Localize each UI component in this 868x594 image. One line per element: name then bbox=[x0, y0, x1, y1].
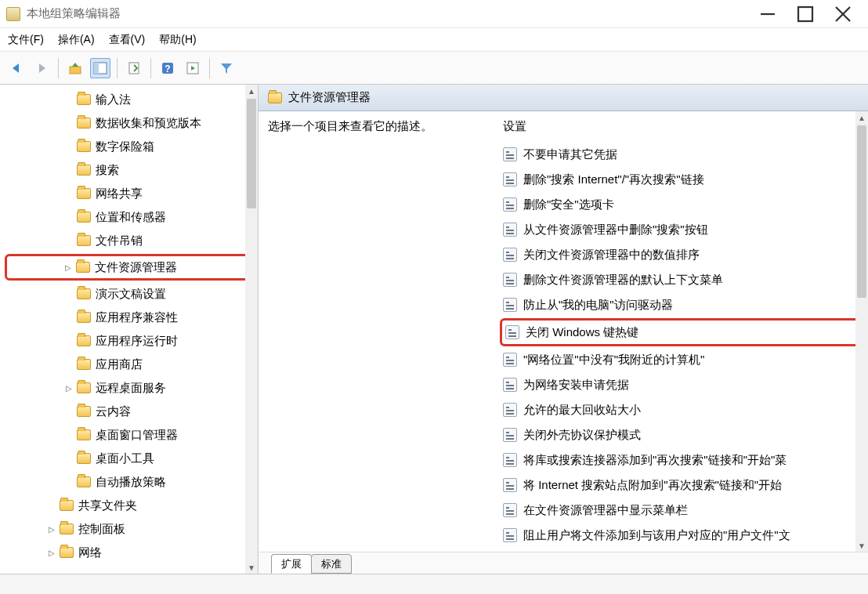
tree-scrollbar[interactable]: ▲ ▼ bbox=[245, 85, 258, 574]
expander-icon[interactable]: ▷ bbox=[63, 384, 75, 393]
export-button[interactable] bbox=[124, 58, 144, 78]
minimize-button[interactable] bbox=[758, 5, 777, 24]
setting-item[interactable]: 将库或搜索连接器添加到"再次搜索"链接和"开始"菜 bbox=[500, 447, 868, 473]
setting-item[interactable]: 允许的最大回收站大小 bbox=[500, 397, 868, 422]
tree-item[interactable]: 自动播放策略 bbox=[5, 470, 258, 494]
policy-icon bbox=[503, 353, 517, 367]
back-button[interactable] bbox=[6, 58, 27, 78]
folder-icon bbox=[268, 92, 282, 103]
expander-icon[interactable]: ▷ bbox=[62, 263, 74, 272]
scroll-down-icon[interactable]: ▼ bbox=[245, 561, 258, 574]
tree-item[interactable]: 数据收集和预览版本 bbox=[5, 111, 258, 135]
folder-icon bbox=[77, 476, 91, 487]
menu-help[interactable]: 帮助(H) bbox=[159, 33, 196, 47]
settings-list: 不要申请其它凭据删除"搜索 Internet"/"再次搜索"链接删除"安全"选项… bbox=[500, 142, 868, 552]
setting-label: 阻止用户将文件添加到与该用户对应的"用户文件"文 bbox=[523, 528, 790, 543]
maximize-button[interactable] bbox=[796, 5, 815, 24]
tab-extended[interactable]: 扩展 bbox=[271, 554, 312, 574]
tree-item[interactable]: 应用程序兼容性 bbox=[5, 306, 258, 329]
setting-item[interactable]: 阻止用户将文件添加到与该用户对应的"用户文件"文 bbox=[500, 523, 868, 548]
folder-icon bbox=[77, 429, 91, 440]
details-scrollbar[interactable]: ▲ ▼ bbox=[855, 111, 868, 552]
tree-item-label: 位置和传感器 bbox=[96, 210, 166, 225]
folder-icon bbox=[60, 523, 74, 534]
policy-icon bbox=[503, 453, 517, 467]
setting-item[interactable]: 为网络安装申请凭据 bbox=[500, 372, 868, 397]
folder-icon bbox=[77, 312, 91, 323]
tree-item-label: 桌面窗口管理器 bbox=[96, 428, 178, 443]
setting-label: 删除文件资源管理器的默认上下文菜单 bbox=[523, 273, 723, 288]
tree-item[interactable]: ▷控制面板 bbox=[5, 517, 258, 541]
tree-item[interactable]: 应用商店 bbox=[5, 353, 258, 376]
menu-view[interactable]: 查看(V) bbox=[109, 33, 146, 47]
tree-item[interactable]: 位置和传感器 bbox=[5, 205, 258, 229]
setting-item[interactable]: 不要申请其它凭据 bbox=[500, 142, 868, 167]
menu-file[interactable]: 文件(F) bbox=[8, 33, 44, 47]
tree-item[interactable]: 桌面小工具 bbox=[5, 447, 258, 470]
tree-item[interactable]: 桌面窗口管理器 bbox=[5, 423, 258, 447]
details-header: 文件资源管理器 bbox=[259, 85, 868, 111]
tab-standard[interactable]: 标准 bbox=[311, 554, 352, 574]
setting-item[interactable]: 从文件资源管理器中删除"搜索"按钮 bbox=[500, 217, 868, 242]
tree-item[interactable]: 数字保险箱 bbox=[5, 135, 258, 158]
forward-button[interactable] bbox=[31, 58, 52, 78]
tree-item-label: 云内容 bbox=[96, 404, 131, 419]
details-header-label: 文件资源管理器 bbox=[288, 90, 371, 105]
tree-item[interactable]: 共享文件夹 bbox=[5, 494, 258, 517]
toolbar: ? bbox=[0, 52, 868, 85]
tree-item[interactable]: 演示文稿设置 bbox=[5, 282, 258, 306]
action-button[interactable] bbox=[183, 58, 203, 78]
help-button[interactable]: ? bbox=[157, 58, 178, 78]
setting-label: 允许的最大回收站大小 bbox=[523, 403, 641, 418]
tree-panel: 输入法数据收集和预览版本数字保险箱搜索网络共享位置和传感器文件吊销▷文件资源管理… bbox=[0, 85, 259, 574]
show-hide-tree-button[interactable] bbox=[90, 58, 110, 78]
scroll-thumb[interactable] bbox=[857, 125, 866, 298]
setting-item[interactable]: 关闭 Windows 键热键 bbox=[500, 318, 860, 346]
setting-label: 防止从"我的电脑"访问驱动器 bbox=[523, 298, 673, 313]
menu-action[interactable]: 操作(A) bbox=[58, 33, 95, 47]
setting-label: 关闭文件资源管理器中的数值排序 bbox=[523, 248, 700, 263]
up-button[interactable] bbox=[65, 58, 85, 78]
setting-item[interactable]: 将 Internet 搜索站点附加到"再次搜索"链接和"开始 bbox=[500, 473, 868, 498]
setting-label: 在文件资源管理器中显示菜单栏 bbox=[523, 503, 688, 518]
scroll-up-icon[interactable]: ▲ bbox=[855, 111, 868, 124]
policy-icon bbox=[503, 147, 517, 161]
setting-item[interactable]: 删除文件资源管理器的默认上下文菜单 bbox=[500, 267, 868, 292]
content-area: 输入法数据收集和预览版本数字保险箱搜索网络共享位置和传感器文件吊销▷文件资源管理… bbox=[0, 85, 868, 574]
tree-item[interactable]: 搜索 bbox=[5, 158, 258, 182]
tree-item[interactable]: 输入法 bbox=[5, 88, 258, 111]
tree-item[interactable]: 云内容 bbox=[5, 400, 258, 423]
setting-item[interactable]: 删除"安全"选项卡 bbox=[500, 192, 868, 217]
tree-item-label: 搜索 bbox=[96, 163, 119, 178]
expander-icon[interactable]: ▷ bbox=[45, 525, 58, 534]
tree-item-label: 网络 bbox=[78, 545, 102, 560]
setting-item[interactable]: "网络位置"中没有"我附近的计算机" bbox=[500, 347, 868, 372]
tree-item[interactable]: ▷网络 bbox=[5, 541, 258, 564]
setting-item[interactable]: 关闭文件资源管理器中的数值排序 bbox=[500, 242, 868, 267]
tree-item[interactable]: 网络共享 bbox=[5, 182, 258, 205]
tree-item-label: 桌面小工具 bbox=[96, 451, 154, 466]
folder-icon bbox=[60, 500, 74, 511]
close-button[interactable] bbox=[834, 5, 852, 24]
setting-label: "网络位置"中没有"我附近的计算机" bbox=[523, 353, 704, 368]
tree-item-label: 自动播放策略 bbox=[96, 475, 166, 490]
tree-item[interactable]: ▷文件资源管理器 bbox=[5, 254, 253, 281]
tree-item-label: 共享文件夹 bbox=[78, 498, 137, 513]
scroll-up-icon[interactable]: ▲ bbox=[245, 85, 258, 97]
setting-item[interactable]: 删除"搜索 Internet"/"再次搜索"链接 bbox=[500, 167, 868, 192]
tree-item[interactable]: 应用程序运行时 bbox=[5, 329, 258, 353]
tree-item[interactable]: ▷远程桌面服务 bbox=[5, 376, 258, 400]
filter-button[interactable] bbox=[216, 58, 237, 78]
setting-item[interactable]: 防止从"我的电脑"访问驱动器 bbox=[500, 292, 868, 317]
tree-item-label: 文件资源管理器 bbox=[95, 260, 177, 275]
setting-item[interactable]: 在文件资源管理器中显示菜单栏 bbox=[500, 498, 868, 523]
setting-item[interactable]: 关闭外壳协议保护模式 bbox=[500, 422, 868, 447]
scroll-thumb[interactable] bbox=[247, 99, 256, 208]
folder-icon bbox=[77, 165, 91, 176]
folder-icon bbox=[77, 453, 91, 464]
tree-item[interactable]: 文件吊销 bbox=[5, 229, 258, 252]
policy-icon bbox=[503, 248, 517, 262]
expander-icon[interactable]: ▷ bbox=[45, 549, 58, 557]
scroll-down-icon[interactable]: ▼ bbox=[855, 539, 868, 552]
tree-item-label: 远程桌面服务 bbox=[96, 381, 166, 396]
